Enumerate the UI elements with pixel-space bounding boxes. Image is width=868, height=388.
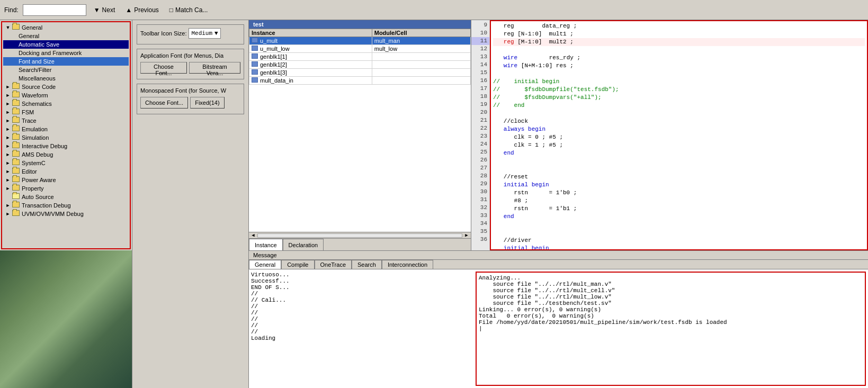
next-button[interactable]: ▼ Next xyxy=(91,3,119,17)
tree-item-editor[interactable]: ► Editor xyxy=(3,167,129,176)
code-line-9: reg data_reg ; xyxy=(493,22,865,30)
line-num-16: 16 xyxy=(471,77,489,85)
tree-item-systemc[interactable]: ► SystemC xyxy=(3,159,129,167)
settings-tree-panel: ▼ General General Automatic Save xyxy=(1,21,131,249)
fixed-button[interactable]: Fixed(14) xyxy=(190,97,224,109)
hier-col-instance: Instance xyxy=(249,29,372,37)
scroll-left-arrow[interactable]: ◀ xyxy=(249,232,257,238)
tab-onetrace[interactable]: OneTrace xyxy=(315,260,352,269)
table-row[interactable]: genblk1[2] xyxy=(249,61,471,69)
tab-declaration[interactable]: Declaration xyxy=(283,239,324,250)
tree-item-interactive-debug[interactable]: ► Interactive Debug xyxy=(3,142,129,150)
tree-item-fsm[interactable]: ► FSM xyxy=(3,108,129,116)
tree-item-misc[interactable]: Miscellaneous xyxy=(3,74,129,83)
app-font-title: Application Font (for Menus, Dia xyxy=(140,52,240,59)
code-line-20 xyxy=(493,110,865,118)
match-case-button[interactable]: □ Match Ca... xyxy=(166,3,211,17)
find-input[interactable] xyxy=(23,4,86,16)
choose-font-button[interactable]: Choose Font... xyxy=(140,62,187,74)
tree-item-schematics[interactable]: ► Schematics xyxy=(3,100,129,108)
tree-item-uvm-debug[interactable]: ► UVM/OVM/VMM Debug xyxy=(3,210,129,218)
hier-instance-cell: u_mult xyxy=(249,37,372,45)
tree-item-general[interactable]: General xyxy=(3,32,129,40)
folder-icon-source-code xyxy=(12,83,21,91)
hierarchy-column: test Instance Module/Cell xyxy=(249,20,471,250)
table-row[interactable]: genblk1[1] xyxy=(249,53,471,61)
prev-button[interactable]: ▲ Previous xyxy=(122,3,162,17)
expand-icon-auto-save xyxy=(11,41,18,48)
code-line-15 xyxy=(493,70,865,78)
bitstream-button[interactable]: Bitstream Vera... xyxy=(189,62,240,74)
tree-item-auto-save[interactable]: Automatic Save xyxy=(3,40,129,49)
tree-item-search-filter[interactable]: Search/Filter xyxy=(3,66,129,74)
folder-icon-general-root xyxy=(12,24,21,31)
scroll-track[interactable] xyxy=(257,233,462,238)
tree-item-auto-source[interactable]: Auto Source xyxy=(3,193,129,201)
tree-item-power-aware[interactable]: ► Power Aware xyxy=(3,176,129,184)
toolbar-size-dropdown[interactable]: Medium ▼ xyxy=(189,28,220,39)
virtuoso-line: // xyxy=(251,316,473,322)
bottom-content: Virtuoso... Successf... END OF S... // /… xyxy=(249,269,868,388)
code-line-35 xyxy=(493,229,865,237)
line-num-26: 26 xyxy=(471,156,489,164)
table-row[interactable]: genblk1[3] xyxy=(249,69,471,77)
folder-icon-trace xyxy=(12,117,21,124)
tree-item-trace[interactable]: ► Trace xyxy=(3,116,129,125)
folder-icon-schematics xyxy=(12,100,21,107)
tab-interconnection[interactable]: Interconnection xyxy=(382,260,433,269)
source-column: 9 10 11 12 13 14 15 16 17 18 19 20 21 22 xyxy=(471,20,868,250)
hier-module-cell xyxy=(372,69,470,77)
tree-item-docking[interactable]: Docking and Framework xyxy=(3,49,129,57)
table-row[interactable]: u_mult_low mult_low xyxy=(249,45,471,53)
code-line-24: clk = 1 ; #5 ; xyxy=(493,141,865,149)
hierarchy-table-container[interactable]: Instance Module/Cell u_mult mult_man xyxy=(249,29,471,232)
line-num-12: 12 xyxy=(471,45,489,53)
toolbar-size-group: Toolbar Icon Size: Medium ▼ xyxy=(137,24,244,44)
table-row[interactable]: mult_data_in xyxy=(249,77,471,85)
tree-item-general-root[interactable]: ▼ General xyxy=(3,23,129,32)
hier-instance-cell: genblk1[2] xyxy=(249,61,372,69)
code-area[interactable]: reg data_reg ; reg [N-1:0] mult1 ; reg [… xyxy=(490,20,868,250)
log-line: source file "../../rtl/mult_man.v" xyxy=(479,281,863,287)
folder-icon-systemc xyxy=(12,159,21,167)
tab-general[interactable]: General xyxy=(249,260,281,269)
module-icon xyxy=(252,69,258,75)
bottom-tabs-bar: General Compile OneTrace Search Intercon… xyxy=(249,260,868,269)
code-line-28: //reset xyxy=(493,173,865,181)
line-num-20: 20 xyxy=(471,109,489,116)
mono-font-row: Choose Font... Fixed(14) xyxy=(140,97,240,109)
expand-icon-editor: ► xyxy=(4,168,12,175)
top-split: test Instance Module/Cell xyxy=(249,20,868,250)
line-num-29: 29 xyxy=(471,180,489,188)
log-output: Analyzing... source file "../../rtl/mult… xyxy=(476,272,866,386)
folder-icon-auto-source xyxy=(12,193,21,201)
line-num-10: 10 xyxy=(471,29,489,37)
expand-icon-transaction-debug: ► xyxy=(4,202,12,209)
expand-icon-uvm-debug: ► xyxy=(4,210,12,218)
source-with-lines: 9 10 11 12 13 14 15 16 17 18 19 20 21 22 xyxy=(471,20,868,250)
thumbnail-panel xyxy=(0,250,132,388)
tree-item-emulation[interactable]: ► Emulation xyxy=(3,125,129,133)
tree-item-property[interactable]: ► Property xyxy=(3,184,129,193)
tree-item-transaction-debug[interactable]: ► Transaction Debug xyxy=(3,201,129,210)
line-num-18: 18 xyxy=(471,93,489,101)
tab-compile[interactable]: Compile xyxy=(281,260,314,269)
hierarchy-table: Instance Module/Cell u_mult mult_man xyxy=(249,29,471,85)
tree-item-simulation[interactable]: ► Simulation xyxy=(3,133,129,142)
app-font-group: Application Font (for Menus, Dia Choose … xyxy=(137,49,244,79)
expand-icon-ams-debug: ► xyxy=(4,151,12,158)
dropdown-arrow-icon: ▼ xyxy=(214,30,218,37)
tab-instance[interactable]: Instance xyxy=(249,239,283,250)
tree-item-waveform[interactable]: ► Waveform xyxy=(3,91,129,100)
module-icon xyxy=(252,38,258,43)
choose-font2-button[interactable]: Choose Font... xyxy=(140,97,188,109)
scroll-right-arrow[interactable]: ▶ xyxy=(462,232,471,238)
tree-item-ams-debug[interactable]: ► AMS Debug xyxy=(3,150,129,159)
table-row[interactable]: u_mult mult_man xyxy=(249,37,471,45)
virtuoso-line: // xyxy=(251,310,473,316)
tree-item-source-code[interactable]: ► Source Code xyxy=(3,83,129,91)
tab-search[interactable]: Search xyxy=(352,260,382,269)
find-label: Find: xyxy=(4,6,19,14)
settings-tree[interactable]: ▼ General General Automatic Save xyxy=(2,22,130,248)
tree-item-font-size[interactable]: Font and Size xyxy=(3,57,129,66)
